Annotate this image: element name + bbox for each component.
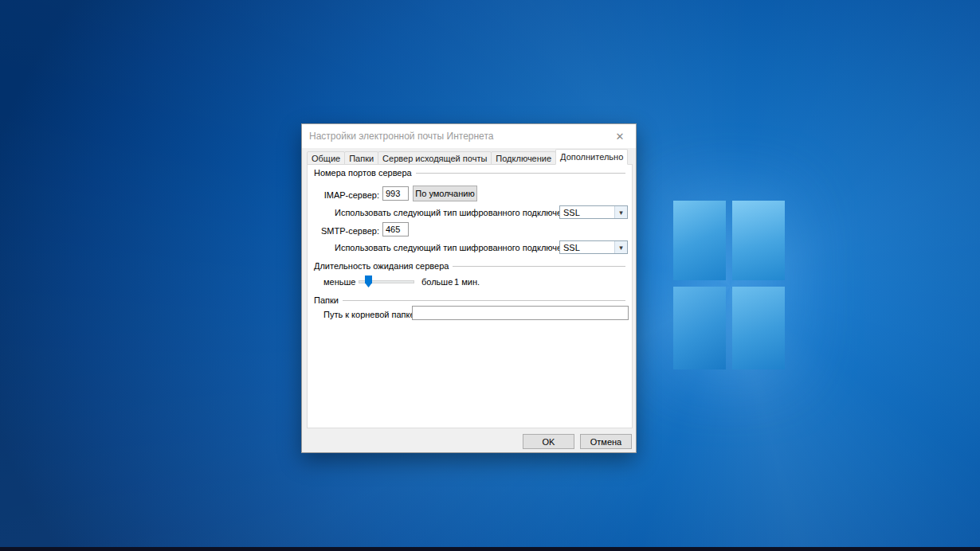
- divider-line: [343, 300, 625, 301]
- windows-logo-pane: [673, 287, 726, 369]
- windows-logo: [673, 201, 790, 370]
- tab-connection[interactable]: Подключение: [491, 151, 556, 165]
- smtp-encryption-select[interactable]: SSL ▾: [559, 240, 628, 254]
- imap-encryption-label: Использовать следующий тип шифрованного …: [335, 207, 578, 218]
- timeout-more-label: больше: [421, 276, 453, 287]
- root-folder-path-input[interactable]: [412, 306, 629, 320]
- chevron-down-icon[interactable]: ▾: [614, 241, 627, 253]
- tab-page-advanced: Номера портов сервера IMAP-сервер: По ум…: [307, 164, 633, 428]
- imap-server-label: IMAP-сервер:: [308, 190, 379, 201]
- timeout-value-label: 1 мин.: [454, 276, 480, 287]
- chevron-down-icon[interactable]: ▾: [614, 206, 627, 218]
- imap-port-input[interactable]: [382, 186, 409, 201]
- tab-folders[interactable]: Папки: [344, 151, 378, 165]
- email-settings-dialog: Настройки электронной почты Интернета ✕ …: [301, 123, 637, 453]
- dialog-title: Настройки электронной почты Интернета: [309, 131, 493, 142]
- group-server-ports: Номера портов сервера: [314, 167, 625, 178]
- divider-line: [416, 173, 625, 174]
- group-server-timeout: Длительность ожидания сервера: [314, 260, 625, 272]
- smtp-encryption-label: Использовать следующий тип шифрованного …: [335, 242, 578, 253]
- tab-general[interactable]: Общие: [307, 151, 345, 165]
- ok-button[interactable]: OK: [523, 434, 574, 449]
- timeout-slider[interactable]: [359, 275, 414, 287]
- divider-line: [453, 266, 625, 267]
- slider-thumb[interactable]: [365, 276, 372, 287]
- windows-logo-pane: [732, 287, 785, 369]
- tab-strip: Общие Папки Сервер исходящей почты Подкл…: [307, 149, 627, 165]
- group-folders-title: Папки: [314, 295, 343, 305]
- group-server-timeout-title: Длительность ожидания сервера: [314, 261, 453, 271]
- cancel-button[interactable]: Отмена: [580, 434, 632, 449]
- timeout-less-label: меньше: [323, 276, 355, 287]
- tab-outgoing-server[interactable]: Сервер исходящей почты: [378, 151, 492, 165]
- imap-encryption-select[interactable]: SSL ▾: [559, 205, 628, 219]
- smtp-port-input[interactable]: [382, 222, 409, 236]
- imap-encryption-value: SSL: [560, 208, 614, 217]
- dialog-titlebar[interactable]: Настройки электронной почты Интернета ✕: [302, 124, 636, 148]
- group-folders: Папки: [314, 295, 625, 306]
- root-folder-path-label: Путь к корневой папке:: [323, 309, 417, 320]
- windows-logo-pane: [732, 201, 785, 280]
- smtp-encryption-value: SSL: [560, 243, 614, 252]
- group-server-ports-title: Номера портов сервера: [314, 168, 416, 178]
- smtp-server-label: SMTP-сервер:: [308, 225, 379, 236]
- close-icon[interactable]: ✕: [604, 124, 636, 148]
- windows-logo-pane: [673, 201, 726, 280]
- use-defaults-button[interactable]: По умолчанию: [413, 186, 477, 201]
- tab-advanced[interactable]: Дополнительно: [555, 149, 628, 165]
- taskbar[interactable]: [0, 547, 980, 551]
